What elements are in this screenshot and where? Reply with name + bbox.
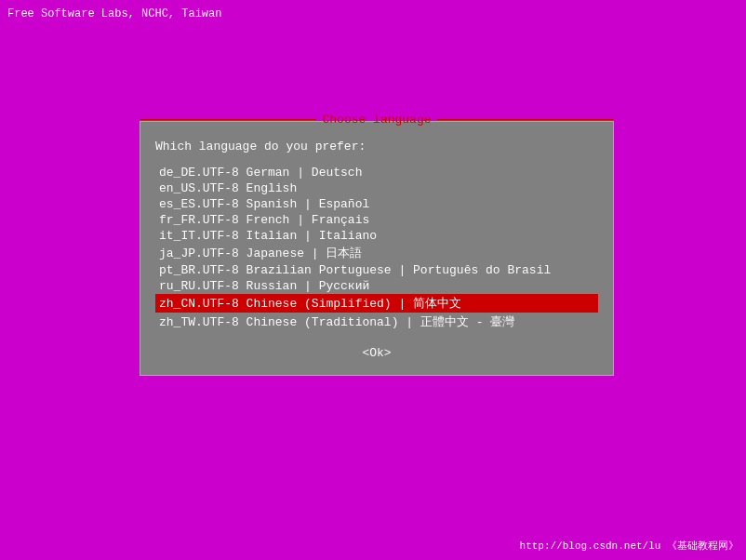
dialog-title: Choose language (322, 113, 431, 127)
dialog-title-bar: Choose language (140, 113, 613, 127)
language-item-it[interactable]: it_IT.UTF-8 Italian | Italiano (155, 228, 598, 244)
language-item-zh_tw[interactable]: zh_TW.UTF-8 Chinese (Traditional) | 正體中文… (155, 313, 598, 331)
ok-button-row: <Ok> (155, 346, 598, 360)
header-label: Free Software Labs, NCHC, Taiwan (7, 7, 221, 20)
language-item-es[interactable]: es_ES.UTF-8 Spanish | Español (155, 196, 598, 212)
language-item-ja[interactable]: ja_JP.UTF-8 Japanese | 日本語 (155, 244, 598, 262)
language-item-zh_cn[interactable]: zh_CN.UTF-8 Chinese (Simplified) | 简体中文 (155, 294, 598, 313)
language-item-ru[interactable]: ru_RU.UTF-8 Russian | Русский (155, 278, 598, 294)
title-line-right (437, 119, 613, 120)
language-item-de[interactable]: de_DE.UTF-8 German | Deutsch (155, 165, 598, 180)
dialog-content: Which language do you prefer: de_DE.UTF-… (140, 136, 613, 375)
language-item-pt[interactable]: pt_BR.UTF-8 Brazilian Portuguese | Portu… (155, 262, 598, 278)
language-dialog: Choose language Which language do you pr… (140, 121, 614, 376)
language-list: de_DE.UTF-8 German | Deutschen_US.UTF-8 … (155, 165, 598, 331)
language-item-en[interactable]: en_US.UTF-8 English (155, 180, 598, 196)
title-line-left (140, 119, 316, 120)
watermark: http://blog.csdn.net/lu 《基础教程网》 (520, 539, 739, 553)
language-item-fr[interactable]: fr_FR.UTF-8 French | Français (155, 212, 598, 228)
dialog-prompt: Which language do you prefer: (155, 140, 598, 153)
ok-button[interactable]: <Ok> (362, 346, 391, 360)
